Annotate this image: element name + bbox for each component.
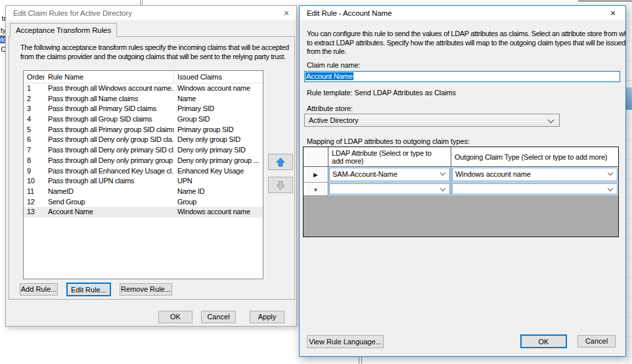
outgoing-claim-type-column-header: Outgoing Claim Type (Select or type to a…: [451, 153, 607, 161]
mapping-label: Mapping of LDAP attributes to outgoing c…: [307, 137, 470, 145]
cell-rule-name: Pass through all Primary group SID claim…: [45, 125, 174, 135]
cell-rule-name: Pass through all Name claims: [45, 94, 174, 104]
cell-order: 13: [24, 207, 45, 217]
cell-issued-claims: Name ID: [174, 187, 263, 197]
cell-rule-name: Pass through all Deny only primary group…: [45, 156, 174, 166]
outgoing-claim-type-select[interactable]: [452, 183, 618, 194]
column-header-issued-claims[interactable]: Issued Claims: [174, 71, 263, 83]
grid-header: LDAP Attribute (Select or type to add mo…: [304, 147, 618, 167]
cell-rule-name: Pass through all UPN claims: [45, 176, 174, 187]
cell-order: 7: [24, 145, 45, 156]
cell-issued-claims: Group: [174, 197, 263, 208]
grid-new-row: *: [304, 182, 618, 195]
rules-list-body: 1 Pass through all Windows account name.…: [24, 83, 263, 217]
table-row[interactable]: 7 Pass through all Deny only primary SID…: [24, 145, 263, 156]
table-row[interactable]: 1 Pass through all Windows account name.…: [24, 83, 263, 94]
table-row[interactable]: 6 Pass through all Deny only group SID c…: [24, 135, 263, 145]
description-line: to extract LDAP attributes. Specify how …: [307, 39, 626, 48]
cell-issued-claims: Deny only primary group ...: [174, 156, 263, 166]
background-scrollbar-thumb: [626, 87, 632, 110]
ldap-attribute-value: SAM-Account-Name: [332, 170, 397, 178]
dialog-title: Edit Rule - Account Name: [307, 9, 392, 17]
view-rule-language-button[interactable]: View Rule Language...: [307, 335, 384, 348]
table-header[interactable]: Order Rule Name Issued Claims: [24, 71, 263, 83]
cell-order: 6: [24, 135, 45, 145]
move-down-button[interactable]: [268, 177, 293, 193]
claim-rule-name-label: Claim rule name:: [307, 61, 361, 69]
move-up-button[interactable]: [268, 154, 293, 170]
edit-rule-button[interactable]: Edit Rule...: [66, 283, 111, 296]
edit-claim-rules-dialog: Edit Claim Rules for Active Directory × …: [5, 5, 297, 327]
cell-issued-claims: Primary group SID: [174, 125, 263, 135]
cell-order: 2: [24, 94, 45, 104]
cell-rule-name: Pass through all Enhanced Key Usage cl..…: [45, 166, 174, 177]
cell-issued-claims: Group SID: [174, 114, 263, 125]
add-rule-button[interactable]: Add Rule...: [20, 283, 58, 296]
claim-rules-table[interactable]: Order Rule Name Issued Claims 1 Pass thr…: [23, 70, 263, 279]
table-row[interactable]: 11 NameID Name ID: [24, 187, 263, 197]
cell-rule-name: Send Group: [45, 197, 174, 208]
table-row[interactable]: 4 Pass through all Group SID claims Grou…: [24, 114, 263, 125]
close-icon[interactable]: ×: [604, 7, 621, 19]
cell-rule-name: Account Name: [45, 207, 174, 217]
cell-issued-claims: Enhanced Key Usage: [174, 166, 263, 177]
table-row[interactable]: 3 Pass through all Primary SID claims Pr…: [24, 104, 263, 114]
cell-issued-claims: Windows account name: [174, 83, 263, 94]
ldap-attribute-column-header: LDAP Attribute (Select or type to add mo…: [328, 149, 441, 165]
close-icon[interactable]: ×: [278, 7, 295, 19]
rules-description: The following acceptance transform rules…: [20, 43, 284, 61]
cell-issued-claims: Name: [174, 94, 263, 104]
ldap-mapping-grid: LDAP Attribute (Select or type to add mo…: [303, 147, 619, 237]
attribute-store-label: Attribute store:: [307, 104, 353, 112]
dialog-title: Edit Claim Rules for Active Directory: [13, 9, 132, 17]
cell-issued-claims: Primary SID: [174, 104, 263, 114]
cell-rule-name: Pass through all Deny only primary SID c…: [45, 145, 174, 156]
selected-text: Account Name: [305, 72, 353, 80]
cell-order: 5: [24, 125, 45, 135]
cell-order: 4: [24, 114, 45, 125]
cell-issued-claims: UPN: [174, 176, 263, 187]
table-row[interactable]: 12 Send Group Group: [24, 197, 263, 208]
background-window-edge: [578, 0, 626, 2]
cancel-button[interactable]: Cancel: [201, 311, 236, 323]
tab-acceptance-transform-rules[interactable]: Acceptance Transform Rules: [10, 23, 117, 37]
description-line: You can configure this rule to send the …: [307, 30, 626, 39]
up-arrow-icon: [275, 157, 286, 168]
description-line: from the rule.: [307, 47, 626, 57]
ldap-attribute-select[interactable]: [329, 183, 450, 194]
cell-order: 3: [24, 104, 45, 114]
description-line: from the claims provider and the outgoin…: [20, 53, 284, 62]
attribute-store-value: Active Directory: [309, 116, 358, 124]
cell-order: 10: [24, 176, 45, 187]
remove-rule-button[interactable]: Remove Rule...: [120, 283, 172, 296]
table-row[interactable]: 2 Pass through all Name claims Name: [24, 94, 263, 104]
rule-template-text: Rule template: Send LDAP Attributes as C…: [307, 89, 456, 97]
cell-rule-name: Pass through all Group SID claims: [45, 114, 174, 125]
apply-button[interactable]: Apply: [250, 311, 284, 323]
cell-issued-claims: Windows account name: [174, 207, 263, 217]
ok-button[interactable]: OK: [158, 311, 192, 323]
attribute-store-select[interactable]: Active Directory: [304, 114, 560, 127]
table-row[interactable]: 5 Pass through all Primary group SID cla…: [24, 125, 263, 135]
column-header-order[interactable]: Order: [24, 71, 45, 83]
table-row[interactable]: 9 Pass through all Enhanced Key Usage cl…: [24, 166, 263, 177]
table-row[interactable]: 10 Pass through all UPN claims UPN: [24, 176, 263, 187]
cell-rule-name: Pass through all Windows account name...: [45, 83, 174, 94]
cell-order: 12: [24, 197, 45, 208]
table-row[interactable]: 8 Pass through all Deny only primary gro…: [24, 156, 263, 166]
ldap-attribute-select[interactable]: SAM-Account-Name: [329, 168, 450, 181]
ok-button[interactable]: OK: [520, 334, 567, 348]
cell-rule-name: NameID: [45, 187, 174, 197]
titlebar[interactable]: Edit Rule - Account Name ×: [300, 6, 625, 20]
titlebar[interactable]: Edit Claim Rules for Active Directory ×: [6, 6, 296, 20]
edit-rule-dialog: Edit Rule - Account Name × You can confi…: [299, 5, 626, 357]
outgoing-claim-type-value: Windows account name: [455, 170, 531, 178]
column-header-rule-name[interactable]: Rule Name: [45, 71, 174, 83]
cancel-button[interactable]: Cancel: [577, 335, 616, 348]
new-row-marker-icon: *: [304, 183, 328, 195]
table-row[interactable]: 13 Account Name Windows account name: [24, 207, 263, 217]
claim-rule-name-input[interactable]: Account Name: [304, 71, 620, 82]
cell-order: 1: [24, 83, 45, 94]
outgoing-claim-type-select[interactable]: Windows account name: [452, 168, 618, 181]
rule-description: You can configure this rule to send the …: [307, 30, 626, 57]
